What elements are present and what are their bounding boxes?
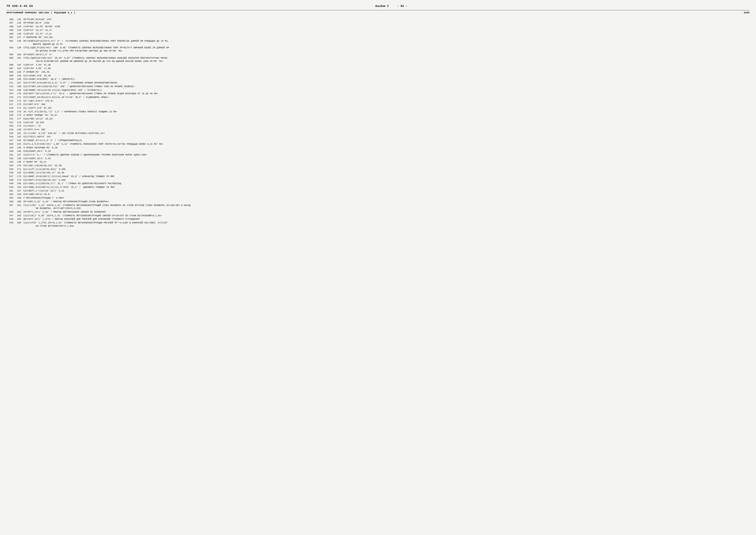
table-row: 508166Р КРОВЛЯ М2' 146,40. — [7, 70, 749, 74]
row-content: Е12=75С2Т,502=3' 142 — [23, 135, 749, 139]
row-num2: 160 — [15, 53, 23, 56]
table-row: 521177Е10у75ВТ,13=14' 10,32• — [7, 117, 749, 121]
row-content: С14Р=В4' 23,63' В1=В3' 1CS0 — [23, 25, 749, 28]
row-content: ЕР=Р14ВТ,В14140' 145• — [23, 18, 749, 21]
row-num1: 520 — [7, 113, 15, 117]
row-num2: 197 — [15, 189, 23, 193]
row-num1: 502 — [7, 39, 15, 46]
row-num1: 499 — [7, 28, 15, 32]
doc-reference: ТП 608-9-48.86 — [7, 4, 33, 9]
row-content: Е11=56В1,6=2(62Е=13,21)(21,6'1КС6' 33,1'… — [23, 185, 749, 189]
main-content-table: 496132ЕР=Р14ВТ,В14140' 145•497133ЕР=Р04В… — [7, 18, 749, 228]
row-num1: 535 — [7, 168, 15, 171]
row-content: Е12=277ВТ,9=6(62Е=33,3,3)' 9,3Т' / УТЕПЛ… — [23, 81, 749, 85]
row-num2: 178 — [15, 121, 23, 125]
row-num1: 498 — [7, 25, 15, 28]
table-row: 526132Е12=75С2Т,502=3' 142 — [7, 135, 749, 139]
row-num2: 171 — [15, 96, 23, 99]
table-row: 518174Е4,=139ТТ,2=0' 87,30• — [7, 106, 749, 110]
row-content: Е10=1609Т,2Е=1' 6,10 — [23, 157, 749, 160]
table-row: 327103В7=А06ВТ,67=11=1,9' 6' / •(ПРОДОКО… — [7, 139, 749, 142]
table-row: 525179С11=622=;' 6• — [7, 124, 749, 128]
table-row: 548204В9=С6УТ,12=1' 1,2751 / МОНТАЖ КОНС… — [7, 217, 749, 221]
table-row: 507163С14Р=29• 3,56' 17,80 — [7, 67, 749, 70]
row-num1: 510 — [7, 77, 15, 81]
row-content: С6;1=1265' 0,112' 620,92' • (ИЗ СТАЛИ ВС… — [23, 131, 749, 135]
row-num1: 513 — [7, 88, 15, 92]
row-num2: 165 — [15, 74, 23, 78]
row-content: ЕР=63SОТ,39=3=1,6' 2• — [23, 53, 749, 56]
table-row: 5201760 ПОЛОТ СКОРЩИ' М2' 54,9• — [7, 113, 749, 117]
row-num2: 205 — [15, 221, 23, 228]
row-num2: 173 — [15, 175, 23, 178]
row-num2: 170 — [15, 164, 23, 168]
row-num1: 928 — [7, 142, 15, 146]
table-row: 563199Р МЕТАЛЛОКОНСТРУКЦИИ Т' 6,065= — [7, 196, 749, 200]
row-content: С121=1ТС9' 1,2751 267=0,1,01' СТОИМОСТЬ … — [23, 221, 749, 228]
row-num2: 161 — [15, 56, 23, 63]
row-num1: 515 — [7, 96, 15, 99]
row-num1: 525 — [7, 131, 15, 135]
row-num2: 163 — [15, 67, 23, 70]
row-num2: 169 — [15, 88, 23, 92]
table-row: 540193Е11=56В1,6=2(62Е=13,21)(21,6'1КС6'… — [7, 185, 749, 189]
page-marker: - 64 - — [397, 5, 407, 8]
doc-number: 6269 — [744, 11, 749, 15]
table-row: 503139СТСБ,СЦОП,0=1КО(=КА)' 100' 9,6Е' С… — [7, 46, 749, 53]
row-num2: 184 — [15, 142, 23, 146]
row-num1: 519 — [7, 110, 15, 114]
table-row: 928184Е12=С,4,П,9=340(=26)' 1,06' 6,13' … — [7, 142, 749, 146]
row-content: Р КРОВЛЯ М2' 146,40. — [23, 70, 749, 74]
row-num1: 548 — [7, 217, 15, 221]
table-row: 526130С3=2Р2Т,5=4• 560 — [7, 128, 749, 131]
table-row: 549205С121=1ТС9' 1,2751 267=0,1,01' СТОИ… — [7, 221, 749, 228]
row-num2: 171 — [15, 168, 23, 171]
table-row: 512168Е12=279ВТ,10=1(62Е=63,Р2)' 100' / … — [7, 85, 749, 88]
row-num2: 181 — [15, 131, 23, 135]
row-content: Е11=В3ВТ,(3=1(32=101,4)' 62,50 — [23, 171, 749, 175]
row-num1: 501 — [7, 36, 15, 39]
table-row: 535171Е11=11ТТ,1=11(36=52,623)' 9:306 — [7, 168, 749, 171]
row-num2: 166 — [15, 77, 23, 81]
row-num1: 561 — [7, 189, 15, 193]
row-num2: 175 — [15, 110, 23, 114]
row-content: Е41=2ВТ,1=8(А6=38,76)' 62,30 — [23, 164, 749, 168]
row-num1: 526 — [7, 135, 15, 139]
table-row: 537173Е11=В6ВТ,13=0(62Е=17,31)(А11)6Кы6'… — [7, 175, 749, 178]
row-content: В7=А06ВТ,67=11=1,9' 6' / •(ПРОДОКОНИЯТОС… — [23, 139, 749, 142]
table-row: 517173Е11=08Т,0=3' 300 — [7, 103, 749, 106]
row-num1: 562 — [7, 193, 15, 196]
row-content: Е11=В6ВТ,13=0(62Е=17,31)(А11)6Кы6' 62,9'… — [23, 175, 749, 178]
table-row: 556200ЕР=33ВТ,6,10' 9,16' / МОНТАЖ МЕТАЛ… — [7, 200, 749, 204]
row-num1: 518 — [7, 106, 15, 110]
row-content: Р ПОЛИТ М2' 56,6• — [23, 160, 749, 164]
row-num2: 201 — [15, 204, 23, 210]
row-num1: 517 — [7, 103, 15, 106]
table-row: 502138ВТ=103ВТЬ33=16(АЗ=3,47)' 6' • УСТА… — [7, 39, 749, 46]
table-row: 557201С121=17В1' 1,16' 256=0,1,01' СТОИМ… — [7, 204, 749, 210]
row-content: О ПРОЕМ ЛАГЕРНЫЕ М2' 6,10 — [23, 146, 749, 150]
table-row: 513169Е1В=300ВТ,10=2(А2=2Е,13)(А1,33ДК63… — [7, 88, 749, 92]
row-num1: 538 — [7, 178, 15, 182]
row-num1: 500 — [7, 32, 15, 36]
table-row: 499135С14Р=24' 23,47' 41,3• — [7, 28, 749, 32]
table-row: 501137Р ПОКРЫТИЕ МЗ' 162,66• — [7, 36, 749, 39]
row-num1: 536 — [7, 171, 15, 175]
table-row: 329185О ПРОЕМ ЛАГЕРНЫЕ М2' 6,10 — [7, 146, 749, 150]
row-content: ЕР=Р04ВТ,В1=4' 1439 — [23, 21, 749, 25]
row-num1: 504 — [7, 53, 15, 56]
row-num1: 327 — [7, 139, 15, 142]
row-num2: 203 — [15, 214, 23, 217]
row-content: Е11=35Е1,С=1(62Е=59,17)' 32,1' / СТЯЖКА … — [23, 182, 749, 185]
row-num1: 549 — [7, 221, 15, 228]
table-row: 525181С6;1=1265' 0,112' 620,92' • (ИЗ СТ… — [7, 131, 749, 135]
row-content: С14Р=29• 3,56' 17,80 — [23, 67, 749, 70]
row-num1: 521 — [7, 117, 15, 121]
row-num2: 174 — [15, 106, 23, 110]
table-row: 496132ЕР=Р14ВТ,В14140' 145• — [7, 18, 749, 21]
row-num1: 563 — [7, 196, 15, 200]
row-num1: 496 — [7, 18, 15, 21]
row-num2: 133 — [15, 21, 23, 25]
row-content: СТСБ,СЦОП110=136(=26)' 55,66' 9,8Т' СТОИ… — [23, 56, 749, 63]
row-content: ЕР=33ВТ,6,10' 9,16' / МОНТАЖ МЕТАЛЛОКОНС… — [23, 200, 749, 204]
